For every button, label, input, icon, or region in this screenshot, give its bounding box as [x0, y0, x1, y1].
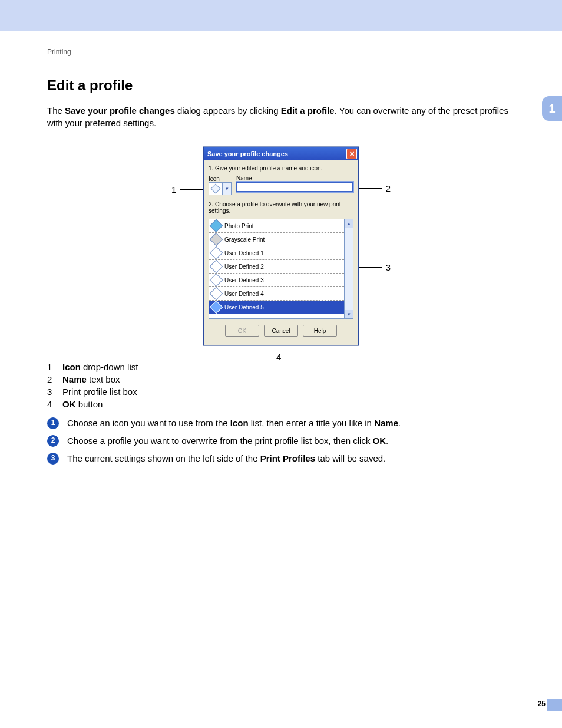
- text: list, then enter a title you like in: [249, 418, 374, 428]
- diamond-icon: [210, 301, 223, 314]
- text-bold: Icon: [230, 418, 249, 428]
- diamond-icon: [211, 184, 221, 194]
- text: The: [47, 106, 65, 116]
- figure-legend: 1Icon drop-down list 2Name text box 3Pri…: [47, 362, 515, 409]
- text: button: [76, 399, 103, 409]
- legend-number: 2: [47, 374, 54, 384]
- step-list: 1 Choose an icon you want to use from th…: [47, 417, 515, 465]
- dialog-step1-label: 1. Give your edited profile a name and i…: [209, 165, 353, 172]
- diamond-icon: [210, 246, 223, 260]
- intro-paragraph: The Save your profile changes dialog app…: [47, 104, 515, 129]
- help-button[interactable]: Help: [303, 325, 337, 337]
- step-badge-3: 3: [47, 453, 59, 465]
- callout-2: 2: [386, 183, 391, 193]
- text: .: [398, 418, 401, 428]
- text: Choose an icon you want to use from the: [67, 418, 230, 428]
- profile-listbox[interactable]: Photo Print Grayscale Print User Defined…: [209, 219, 345, 319]
- icon-field-label: Icon: [209, 176, 232, 182]
- list-item[interactable]: User Defined 3: [209, 274, 344, 287]
- breadcrumb: Printing: [47, 48, 515, 56]
- text-bold: Save your profile changes: [65, 106, 175, 116]
- dialog-step2-label: 2. Choose a profile to overwrite with yo…: [209, 201, 353, 214]
- text-bold: Name: [374, 418, 398, 428]
- name-input[interactable]: [236, 182, 353, 192]
- step-badge-1: 1: [47, 417, 59, 429]
- close-icon[interactable]: ✕: [346, 149, 357, 159]
- callout-3: 3: [386, 262, 391, 272]
- list-item-label: User Defined 3: [224, 277, 264, 284]
- list-item[interactable]: User Defined 4: [209, 287, 344, 301]
- legend-number: 1: [47, 362, 54, 372]
- list-item[interactable]: Grayscale Print: [209, 233, 344, 246]
- list-item-label: Photo Print: [224, 223, 253, 229]
- text-bold: Print Profiles: [260, 453, 315, 463]
- text: Choose a profile you want to overwrite f…: [67, 436, 373, 446]
- step-badge-2: 2: [47, 435, 59, 447]
- list-item[interactable]: Photo Print: [209, 219, 344, 233]
- callout-4: 4: [276, 352, 281, 362]
- legend-number: 3: [47, 387, 54, 397]
- text: The current settings shown on the left s…: [67, 453, 260, 463]
- page-title: Edit a profile: [47, 77, 515, 94]
- text-bold: OK: [62, 399, 76, 409]
- page-body: Printing 1 Edit a profile The Save your …: [0, 31, 562, 720]
- page-number: 25: [538, 700, 546, 708]
- dialog-figure: 1 2 3 4 Save your profile changes ✕ 1. G…: [175, 147, 387, 345]
- text-bold: OK: [373, 436, 386, 446]
- legend-number: 4: [47, 399, 54, 409]
- name-field-label: Name: [236, 175, 353, 182]
- dialog-titlebar[interactable]: Save your profile changes ✕: [204, 147, 358, 160]
- dialog-title: Save your profile changes: [207, 150, 288, 157]
- page-number-stripe: [547, 699, 562, 711]
- listbox-scrollbar[interactable]: ▴ ▾: [345, 219, 353, 319]
- diamond-icon: [210, 274, 223, 287]
- list-item-label: User Defined 4: [224, 291, 264, 297]
- scroll-down-icon[interactable]: ▾: [345, 310, 353, 318]
- diamond-icon: [210, 260, 223, 274]
- text-bold: Edit a profile: [281, 106, 335, 116]
- text: text box: [87, 374, 120, 384]
- icon-dropdown-button[interactable]: ▾: [223, 182, 232, 195]
- list-item-label: User Defined 2: [224, 263, 264, 270]
- callout-1: 1: [171, 185, 176, 195]
- list-item-label: User Defined 1: [224, 250, 264, 256]
- list-item-label: User Defined 5: [224, 304, 264, 311]
- diamond-icon: [210, 233, 223, 246]
- text: drop-down list: [81, 362, 138, 372]
- text-bold: Icon: [62, 362, 81, 372]
- top-banner: [0, 0, 562, 31]
- diamond-icon: [210, 219, 223, 233]
- ok-button[interactable]: OK: [225, 325, 259, 337]
- cancel-button[interactable]: Cancel: [264, 325, 298, 337]
- scroll-up-icon[interactable]: ▴: [345, 219, 353, 228]
- text: tab will be saved.: [315, 453, 385, 463]
- text: .: [386, 436, 388, 446]
- icon-dropdown-preview[interactable]: [209, 182, 223, 195]
- text: dialog appears by clicking: [175, 106, 281, 116]
- text: Print profile list box: [62, 387, 137, 397]
- text-bold: Name: [62, 374, 87, 384]
- list-item-selected[interactable]: User Defined 5: [209, 301, 344, 314]
- save-profile-dialog: Save your profile changes ✕ 1. Give your…: [203, 147, 359, 345]
- list-item[interactable]: User Defined 2: [209, 260, 344, 274]
- diamond-icon: [210, 287, 223, 301]
- chapter-tab: 1: [542, 96, 562, 121]
- list-item-label: Grayscale Print: [224, 236, 265, 243]
- list-item[interactable]: User Defined 1: [209, 246, 344, 260]
